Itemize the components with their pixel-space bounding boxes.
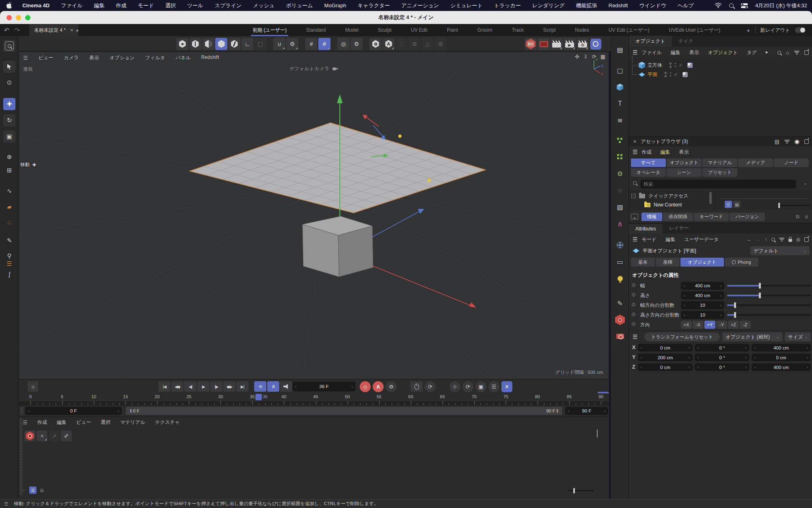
layout-tab-4[interactable]: UV Edit: [409, 24, 429, 36]
coord-z-rot-field[interactable]: ‹0 °›: [695, 363, 749, 371]
paint-select-button[interactable]: ∴: [3, 217, 15, 229]
material-menu-1[interactable]: 編集: [57, 419, 67, 426]
pick-material-button[interactable]: ✐: [61, 430, 72, 441]
viewport-menu-5[interactable]: パネル: [176, 54, 191, 61]
info-tab-0[interactable]: 情報: [641, 213, 662, 221]
viewport-menu-icon[interactable]: ☰: [23, 55, 28, 61]
key-diamond-icon[interactable]: [632, 303, 636, 307]
grid-toggle-button[interactable]: #: [305, 38, 317, 50]
filter-icon[interactable]: [784, 140, 790, 143]
cube-object[interactable]: [302, 216, 373, 277]
mograph-cloner-icon[interactable]: [613, 134, 627, 148]
close-panel-icon[interactable]: ✕: [633, 139, 637, 144]
points-mode-button[interactable]: [176, 38, 188, 50]
thumbnail-size-slider[interactable]: [568, 490, 594, 491]
direction--Z[interactable]: -Z: [740, 321, 751, 329]
direction-+Y[interactable]: +Y: [704, 321, 715, 329]
preview-toggle-icon[interactable]: ▤: [774, 139, 779, 145]
scale-handle-dot2[interactable]: [428, 179, 431, 182]
target-icon[interactable]: ◎: [796, 237, 800, 242]
layout-tab-0[interactable]: 初期 (ユーザー): [251, 24, 288, 36]
enable-check-icon[interactable]: ✓: [679, 63, 682, 68]
search-icon[interactable]: [771, 238, 775, 241]
render-view-button[interactable]: [538, 38, 550, 50]
close-window-button[interactable]: [6, 15, 12, 20]
mac-menu-13[interactable]: シミュレート: [450, 2, 483, 9]
zoom-window-button[interactable]: [25, 15, 30, 20]
mac-menu-10[interactable]: MoGraph: [324, 2, 346, 9]
layout-tab-5[interactable]: Paint: [445, 24, 460, 36]
falloff-button[interactable]: ◎: [337, 38, 350, 50]
viewport-menu-4[interactable]: フィルタ: [145, 54, 165, 61]
timeline-ruler[interactable]: 05101520253035404550556065707580859036: [19, 393, 609, 406]
coord-x-pos-field[interactable]: ‹0 cm›: [638, 344, 693, 352]
edit-pencil-icon[interactable]: ✎: [613, 296, 627, 310]
direction-+X[interactable]: +X: [681, 321, 692, 329]
mograph-matrix-icon[interactable]: [613, 150, 627, 164]
asset-browser-menu-1[interactable]: 編集: [661, 149, 670, 156]
material-icon[interactable]: [613, 313, 627, 327]
asset-filter-1[interactable]: オブジェクト: [667, 158, 702, 167]
direction--X[interactable]: -X: [693, 321, 704, 329]
viewport-menu-1[interactable]: カメラ: [64, 54, 79, 61]
prev-key-button[interactable]: ◀◆: [171, 381, 184, 392]
section-tab-0[interactable]: 基本: [631, 258, 655, 267]
asset-browser-menu-0[interactable]: 作成: [642, 149, 652, 156]
mac-menu-14[interactable]: トラッカー: [494, 2, 521, 9]
plain-effector-button[interactable]: ▰: [3, 201, 15, 213]
tree-item-quick-access[interactable]: − クイックアクセス: [631, 193, 688, 200]
autokey-range-button[interactable]: A: [267, 381, 279, 392]
grid-view-icon[interactable]: ▤: [733, 201, 741, 208]
asset-browser-menu-2[interactable]: 表示: [679, 149, 689, 156]
render-picture-viewer-button[interactable]: [551, 38, 563, 50]
control-center-icon[interactable]: [741, 3, 748, 8]
rotate-tool-button[interactable]: ↻: [3, 114, 15, 126]
key-diamond-icon[interactable]: [632, 313, 636, 317]
attributes-tab-0[interactable]: Attributes: [629, 224, 663, 234]
axis-scale-button[interactable]: ⊞: [3, 164, 15, 176]
axis-mode-button[interactable]: [228, 38, 240, 50]
viewport-panel-icon[interactable]: ▤: [613, 43, 627, 56]
range-start-field[interactable]: ‹0 F›: [25, 407, 122, 415]
new-material-button[interactable]: [24, 430, 35, 441]
polygons-mode-button[interactable]: [202, 38, 214, 50]
search-options-icon[interactable]: ⌄: [804, 181, 807, 185]
lock-icon[interactable]: [788, 239, 792, 242]
mac-menu-16[interactable]: 機能拡張: [576, 2, 597, 9]
direction-+Z[interactable]: +Z: [728, 321, 739, 329]
falloff-settings-button[interactable]: ⚙: [350, 38, 363, 50]
asset-filter2-1[interactable]: シーン: [667, 168, 702, 177]
layout-tab-8[interactable]: Script: [542, 24, 557, 36]
object-manager-tab-1[interactable]: テイク: [672, 36, 700, 47]
goto-start-button[interactable]: |◀: [158, 381, 171, 392]
object-manager-menu-3[interactable]: オブジェクト: [708, 49, 738, 56]
window-titlebar[interactable]: 名称未設定 4 * - メイン: [0, 11, 812, 24]
solo-mode-button[interactable]: [590, 38, 602, 50]
object-manager-menu-4[interactable]: タグ: [747, 49, 757, 56]
layout-tab-9[interactable]: Nodes: [573, 24, 591, 36]
coord-y-size-field[interactable]: ‹0 cm›: [752, 354, 811, 361]
detach-panel-icon[interactable]: [804, 237, 809, 242]
plane-object[interactable]: [190, 123, 486, 213]
record-scale-button[interactable]: ▣: [475, 381, 486, 392]
snap-settings-button[interactable]: ⚙: [286, 38, 298, 50]
section-title[interactable]: オブジェクトの属性: [629, 269, 812, 281]
key-diamond-icon[interactable]: [632, 283, 636, 287]
record-position-button[interactable]: ⊹: [449, 381, 460, 392]
current-frame-field[interactable]: ‹36 F›: [292, 382, 356, 391]
material-menu-4[interactable]: マテリアル: [120, 419, 145, 426]
add-plane-icon[interactable]: ▢: [613, 63, 627, 77]
prev-frame-button[interactable]: ◀|: [184, 381, 197, 392]
attributes-tab-1[interactable]: レイヤー: [663, 223, 695, 234]
viewport-filter-button[interactable]: [3, 40, 15, 52]
mac-menu-3[interactable]: 作成: [116, 2, 126, 9]
texture-mode-button[interactable]: ▢: [254, 38, 266, 50]
phong-tag-icon[interactable]: [687, 63, 693, 68]
add-cube-icon[interactable]: [613, 80, 627, 94]
dynamics-cube-icon[interactable]: ▧: [613, 200, 627, 214]
info-tab-2[interactable]: キーワード: [694, 213, 729, 221]
sound-button[interactable]: [280, 381, 292, 392]
material-menu-2[interactable]: ビュー: [76, 419, 91, 426]
move-tool-button[interactable]: ✚: [3, 98, 15, 110]
hash-icon[interactable]: #: [805, 214, 808, 220]
